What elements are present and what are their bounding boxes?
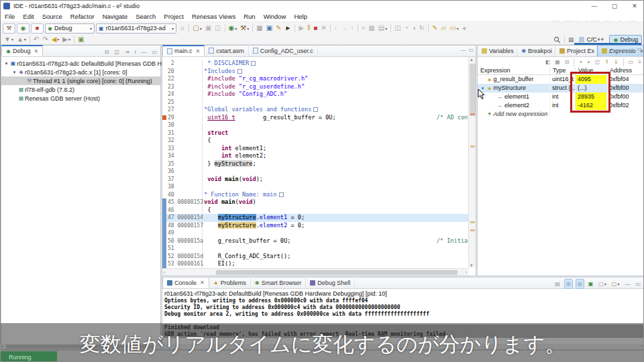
scroll-lock-icon[interactable]: ◎ xyxy=(564,279,573,289)
maximize-icon[interactable]: ▭ xyxy=(150,47,158,57)
minimize-button[interactable]: — xyxy=(584,1,604,11)
registers-view-icon[interactable]: ▤▾ xyxy=(377,23,388,34)
code-line-51[interactable]: 51 xyxy=(162,245,468,253)
chevron-down-icon[interactable]: ▾ xyxy=(11,70,17,75)
code-line-45[interactable]: 45 00000153void main(void) xyxy=(162,198,468,206)
expression-row-add-new[interactable]: +Add new expression xyxy=(478,110,644,119)
code-line-25[interactable]: 25 xyxy=(162,99,468,107)
build-button[interactable]: ⚒ xyxy=(3,23,15,34)
collapse-all-icon[interactable]: ⊟ xyxy=(103,47,111,57)
code-line-46[interactable]: 46 { xyxy=(162,206,468,215)
minimize-icon[interactable]: — xyxy=(140,47,148,57)
go-forward-icon[interactable]: ▶▾ xyxy=(61,34,72,44)
profile-icon[interactable]: ◔ xyxy=(403,23,410,34)
code-line-47[interactable]: 47 00000154 myStructure.element1 = 0; xyxy=(162,214,468,222)
maximize-icon[interactable]: ▭ xyxy=(637,46,642,52)
back-history-icon[interactable]: ↶ xyxy=(32,34,40,44)
terminate-icon[interactable]: ■ xyxy=(312,23,319,34)
code-line-32[interactable]: 32 { xyxy=(162,137,468,145)
pin-console-icon[interactable]: ▢▾ xyxy=(597,279,608,289)
collapse-icon[interactable]: ◂ xyxy=(461,23,467,34)
tab-debug[interactable]: ◉ Debug ✕ xyxy=(1,45,43,56)
code-line-24[interactable]: 24 #include "Config_ADC.h" xyxy=(162,90,468,99)
tab-problems[interactable]: ▲ Problems xyxy=(209,277,251,288)
expression-row-g_result_buffer[interactable]: ◆g_result_bufferuint16_t40950xfbf04 xyxy=(478,75,644,84)
code-line-38[interactable]: 38 xyxy=(162,183,468,191)
scroll-up-arrow[interactable]: ▴ xyxy=(470,57,473,62)
step-over-icon[interactable]: → xyxy=(339,23,349,34)
open-element-icon[interactable]: ▣ xyxy=(76,34,85,44)
compare-icon[interactable]: ◫ xyxy=(393,23,402,34)
scrollbar-thumb[interactable] xyxy=(216,270,458,275)
launch-config-combo[interactable]: ◉ Debug ▾ xyxy=(45,23,95,34)
tab-cstart-asm[interactable]: cstart.asm xyxy=(205,45,249,56)
minimize-icon[interactable]: — xyxy=(623,279,631,289)
tab-config-adc-user-c[interactable]: Config_ADC_user.c xyxy=(249,45,318,56)
code-line-30[interactable]: 30 xyxy=(162,121,468,129)
launch-target-combo[interactable]: ▣ r01an5631-rl78g23-ad ▾ xyxy=(96,23,176,34)
code-line-53[interactable]: 53 00000161 EI(); xyxy=(162,260,468,268)
next-annotation-icon[interactable]: ▼▾ xyxy=(3,34,15,44)
code-line-35[interactable]: 35 } myStructure; xyxy=(162,160,468,168)
tab-main-c[interactable]: main.c ✕ xyxy=(162,45,205,56)
open-perspective-icon[interactable]: ▦ xyxy=(568,36,574,43)
folded-region-icon[interactable] xyxy=(251,61,256,66)
minimize-icon[interactable]: — xyxy=(629,46,634,52)
disconnect-icon[interactable]: ✕ xyxy=(319,23,327,34)
load-module-icon[interactable]: ▦ xyxy=(255,23,264,34)
menu-source[interactable]: Source xyxy=(38,11,66,21)
previous-annotation-icon[interactable]: ▲▾ xyxy=(15,34,28,44)
code-editor[interactable]: 2 * DISCLAIMER20 *Includes22 #include "r… xyxy=(162,57,468,268)
last-edit-location-icon[interactable]: ◀▾ xyxy=(50,34,61,44)
save-all-icon[interactable]: ◫ xyxy=(213,23,222,34)
console-view-icon[interactable]: ▣ xyxy=(265,23,274,34)
remove-terminated-icon[interactable]: ⇥ xyxy=(123,47,131,57)
column-header-expression[interactable]: Expression xyxy=(478,66,550,74)
chevron-down-icon[interactable]: ▾ xyxy=(3,61,9,66)
view-menu-icon[interactable]: i xyxy=(133,47,138,57)
scroll-right-arrow[interactable]: › xyxy=(466,270,468,275)
debug-launch-button[interactable]: ◉ xyxy=(17,23,30,34)
refresh-views-icon[interactable]: ↻ xyxy=(418,23,426,34)
code-line-29[interactable]: 29 uint16_t g_result_buffer = 0U; /* AD … xyxy=(162,114,468,122)
expression-row-element2[interactable]: ↔element2int-41620xfbf02 xyxy=(478,101,644,110)
code-line-52[interactable]: 52 0000015d R_Config_ADC_Start(); xyxy=(162,253,468,261)
menu-navigate[interactable]: Navigate xyxy=(99,11,132,21)
debug-tree-gdb-process[interactable]: ▦rl78-elf-gdb (7.8.2) xyxy=(1,85,160,94)
menu-help[interactable]: Help xyxy=(290,11,311,21)
terminate-launch-button[interactable]: ■ xyxy=(31,23,44,34)
maximize-icon[interactable]: ▭ xyxy=(468,47,474,53)
code-line-34[interactable]: 34 int element2; xyxy=(162,152,468,160)
code-line-33[interactable]: 33 int element1; xyxy=(162,145,468,153)
folded-region-icon[interactable] xyxy=(279,192,284,197)
tab-variables[interactable]: Variables xyxy=(478,45,517,56)
annotate-icon[interactable]: ✎ xyxy=(274,23,282,34)
expression-row-myStructure[interactable]: ▾◆myStructurestruct {...}(...)0xfbf00 xyxy=(478,84,644,93)
code-line-22[interactable]: 22 #include "r_cg_macrodriver.h" xyxy=(162,75,468,83)
menu-file[interactable]: File xyxy=(1,11,19,21)
debug-tree-launch[interactable]: ▾▣r01an5631-rl78g23-adc DefaultBuild [Re… xyxy=(1,59,160,68)
column-header-address[interactable]: Address xyxy=(607,66,644,74)
code-line-36[interactable]: 36 xyxy=(162,168,468,176)
menu-refactor[interactable]: Refactor xyxy=(66,11,99,21)
search-icon[interactable] xyxy=(553,36,561,44)
forward-history-icon[interactable]: ↷ xyxy=(41,34,49,44)
editor-vertical-scrollbar[interactable]: ▴ ▾ xyxy=(468,57,476,268)
menu-edit[interactable]: Edit xyxy=(19,11,38,21)
display-console-icon[interactable]: ▢▾ xyxy=(610,279,621,289)
step-return-icon[interactable]: ↑ xyxy=(350,23,356,34)
code-line-48[interactable]: 48 00000157 myStructure.element2 = 0; xyxy=(162,222,468,230)
code-line-49[interactable]: 49 xyxy=(162,229,468,237)
maximize-button[interactable]: ▢ xyxy=(604,1,625,11)
code-line-27[interactable]: 27 *Global variables and functions xyxy=(162,106,468,114)
code-line-20[interactable]: 20 *Includes xyxy=(162,68,468,76)
clear-console-icon[interactable]: ▣ xyxy=(587,279,595,289)
scroll-down-arrow[interactable]: ▾ xyxy=(470,263,473,268)
build-history-icon[interactable]: ⚒▾ xyxy=(239,23,250,34)
tab-console[interactable]: Console ✕ xyxy=(162,277,209,288)
tab-project-explorer[interactable]: Project Ex xyxy=(555,45,597,56)
expression-row-element1[interactable]: ↔element1int289350xfbf00 xyxy=(478,93,644,101)
tab-smart-browser[interactable]: ◉ Smart Browser xyxy=(251,277,307,288)
select-pointer-icon[interactable]: ► xyxy=(284,23,293,34)
scroll-left-arrow[interactable]: ‹ xyxy=(162,270,165,275)
